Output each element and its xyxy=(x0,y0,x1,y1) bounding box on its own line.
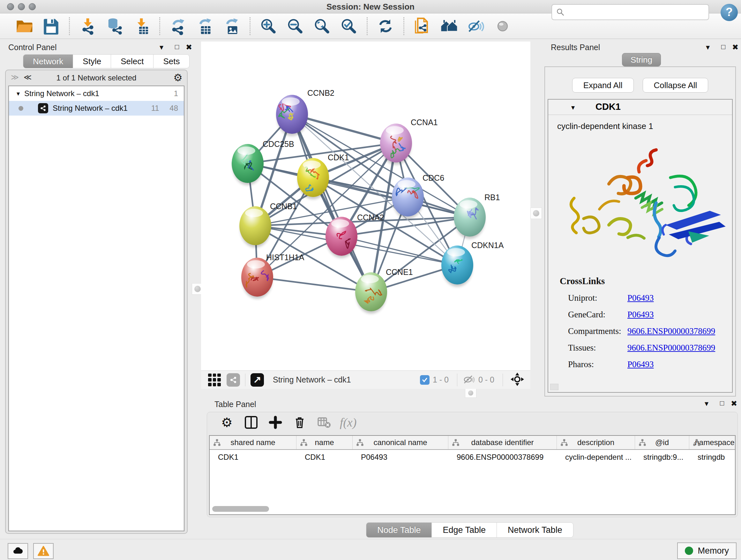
search-box[interactable] xyxy=(551,4,709,20)
column-header-database-identifier[interactable]: database identifier xyxy=(448,436,557,449)
table-cell[interactable]: CDK1 xyxy=(296,450,353,465)
open-session-icon[interactable] xyxy=(15,17,33,36)
network-row[interactable]: String Network – cdk1 11 48 xyxy=(9,101,184,116)
selected-checkbox[interactable] xyxy=(420,375,429,385)
detach-view-icon[interactable]: ↗ xyxy=(251,373,264,387)
column-header-description[interactable]: description xyxy=(557,436,635,449)
tab-edge-table[interactable]: Edge Table xyxy=(432,522,497,538)
panel-float-icon[interactable]: □ xyxy=(720,399,724,408)
help-button[interactable]: ? xyxy=(721,4,738,21)
import-table-icon[interactable] xyxy=(132,17,151,36)
panel-collapse-icon[interactable]: ▾ xyxy=(159,43,163,52)
export-image-icon[interactable] xyxy=(222,17,241,36)
column-header--id[interactable]: @id xyxy=(635,436,689,449)
add-column-icon[interactable] xyxy=(267,414,284,431)
tab-style[interactable]: Style xyxy=(73,54,111,68)
bottom-splitter-handle[interactable] xyxy=(465,388,476,398)
crosslink-link[interactable]: P06493 xyxy=(627,310,654,319)
right-splitter-handle[interactable] xyxy=(530,207,542,219)
section-title: CDK1 xyxy=(596,102,621,112)
network-edge[interactable] xyxy=(257,277,371,292)
panel-collapse-icon[interactable]: ▾ xyxy=(706,43,710,52)
delete-table-icon xyxy=(316,414,332,431)
memory-button[interactable]: Memory xyxy=(677,543,737,559)
import-network-icon[interactable] xyxy=(78,17,97,36)
collection-disclosure-icon[interactable]: ▾ xyxy=(17,90,20,98)
panel-close-icon[interactable]: ✖ xyxy=(731,399,737,408)
network-node-CCNA2[interactable]: CCNA2 xyxy=(326,213,384,258)
network-node-CCNA1[interactable]: CCNA1 xyxy=(380,118,438,165)
eye-icon[interactable] xyxy=(493,17,512,36)
section-disclosure-icon[interactable]: ▾ xyxy=(571,104,575,112)
network-canvas[interactable]: CCNB2 CCNA1 CDC25B CDK1 CDC6 RB1 CCNB1 xyxy=(201,42,530,370)
show-columns-icon[interactable] xyxy=(243,414,259,431)
zoom-fit-icon[interactable] xyxy=(313,17,331,36)
network-view-share-icon[interactable] xyxy=(226,373,240,387)
network-node-RB1[interactable]: RB1 xyxy=(454,193,500,239)
network-node-HIST1H1A[interactable]: HIST1H1A xyxy=(241,253,305,299)
table-cell[interactable]: stringdb xyxy=(689,450,736,465)
save-session-icon[interactable] xyxy=(42,17,60,36)
hidden-counts: 0 - 0 xyxy=(478,375,494,384)
table-cell[interactable]: cyclin-dependent ... xyxy=(557,450,635,465)
expand-all-button[interactable]: Expand All xyxy=(572,78,634,92)
homes-icon[interactable] xyxy=(440,17,458,36)
tab-sets[interactable]: Sets xyxy=(153,54,190,68)
delete-column-icon[interactable] xyxy=(291,414,308,431)
collection-count: 1 xyxy=(174,89,178,98)
toolbar-separator xyxy=(159,17,160,35)
table-options-gear-icon[interactable]: ⚙ xyxy=(219,414,235,431)
table-hscrollbar-thumb[interactable] xyxy=(212,506,269,512)
tab-string[interactable]: String xyxy=(622,53,661,66)
refresh-icon[interactable] xyxy=(376,17,395,36)
birdseye-icon[interactable] xyxy=(510,372,525,388)
network-node-CDC6[interactable]: CDC6 xyxy=(392,173,444,219)
import-network-database-icon[interactable] xyxy=(105,17,124,36)
table-cell[interactable]: P06493 xyxy=(353,450,448,465)
network-node-CDC25B[interactable]: CDC25B xyxy=(232,139,294,185)
table-cell[interactable]: CDK1 xyxy=(210,450,296,465)
hidden-eye-icon[interactable] xyxy=(462,373,475,387)
search-input[interactable] xyxy=(567,8,709,17)
network-options-gear-icon[interactable]: ⚙ xyxy=(173,71,183,84)
export-network-icon[interactable] xyxy=(169,17,187,36)
tab-node-table[interactable]: Node Table xyxy=(366,522,432,538)
panel-float-icon[interactable]: □ xyxy=(175,43,179,51)
column-header-namespace[interactable]: namespace xyxy=(689,436,736,449)
grid-view-icon[interactable] xyxy=(208,374,221,386)
network-node-CDKN1A[interactable]: CDKN1A xyxy=(441,241,504,287)
column-header-name[interactable]: name xyxy=(296,436,353,449)
column-header-shared-name[interactable]: shared name xyxy=(210,436,296,449)
node-label-CDC25B: CDC25B xyxy=(263,139,294,148)
crosslink-link[interactable]: 9606.ENSP00000378699 xyxy=(627,326,715,336)
export-table-icon[interactable] xyxy=(196,17,214,36)
file-share-icon[interactable] xyxy=(413,17,431,36)
panel-close-icon[interactable]: ✖ xyxy=(186,43,192,52)
table-row[interactable]: CDK1CDK1P064939606.ENSP00000378699cyclin… xyxy=(210,450,735,465)
crosslink-link[interactable]: P06493 xyxy=(627,360,654,369)
table-cell[interactable]: 9606.ENSP00000378699 xyxy=(448,450,557,465)
tab-network[interactable]: Network xyxy=(23,54,73,68)
panel-close-icon[interactable]: ✖ xyxy=(732,43,738,52)
tab-select[interactable]: Select xyxy=(111,54,153,68)
zoom-in-icon[interactable] xyxy=(259,17,278,36)
collapse-all-button[interactable]: Collapse All xyxy=(643,78,709,92)
tab-network-table[interactable]: Network Table xyxy=(497,522,574,538)
section-scroll-corner xyxy=(550,384,558,390)
panel-collapse-icon[interactable]: ▾ xyxy=(704,399,709,408)
zoom-out-icon[interactable] xyxy=(286,17,305,36)
crosslink-link[interactable]: P06493 xyxy=(627,293,654,303)
function-builder-icon: f(x) xyxy=(340,414,356,431)
table-tabs: Node TableEdge TableNetwork Table xyxy=(201,522,738,538)
network-collection-row[interactable]: ▾ String Network – cdk1 1 xyxy=(9,86,184,101)
column-header-canonical-name[interactable]: canonical name xyxy=(353,436,448,449)
crosslink-link[interactable]: 9606.ENSP00000378699 xyxy=(627,343,715,353)
table-cell[interactable]: stringdb:9... xyxy=(635,450,689,465)
zoom-selected-icon[interactable] xyxy=(340,17,358,36)
warning-button[interactable] xyxy=(33,543,54,559)
panel-float-icon[interactable]: □ xyxy=(721,43,725,51)
eye-slash-icon[interactable] xyxy=(467,17,485,36)
cloud-button[interactable] xyxy=(8,543,28,559)
network-node-CCNB2[interactable]: CCNB2 xyxy=(276,88,334,136)
network-edge[interactable] xyxy=(292,114,371,292)
